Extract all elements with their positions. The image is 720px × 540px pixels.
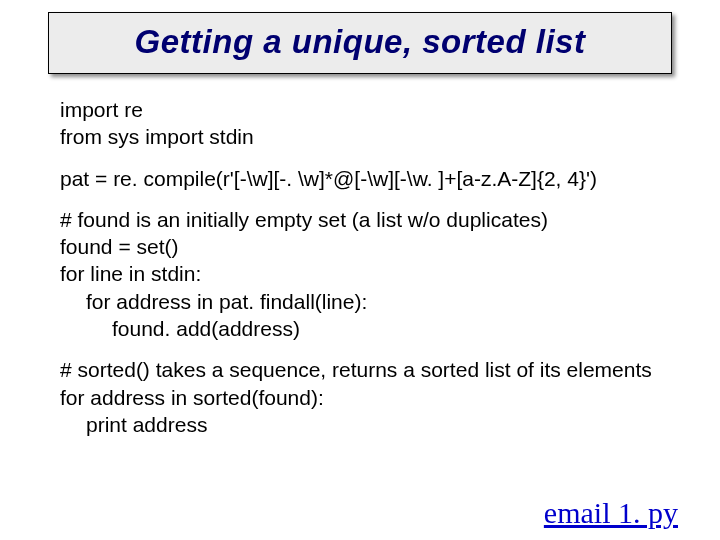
slide-body: import re from sys import stdin pat = re… xyxy=(60,96,660,438)
code-line: found = set() xyxy=(60,233,660,260)
code-line: # found is an initially empty set (a lis… xyxy=(60,206,660,233)
code-block-sorted: # sorted() takes a sequence, returns a s… xyxy=(60,356,660,438)
code-line: pat = re. compile(r'[-\w][-. \w]*@[-\w][… xyxy=(60,165,660,192)
code-line: for address in pat. findall(line): xyxy=(60,288,660,315)
filename-link[interactable]: email 1. py xyxy=(544,496,678,530)
code-line: import re xyxy=(60,96,660,123)
code-line: for line in stdin: xyxy=(60,260,660,287)
code-line: # sorted() takes a sequence, returns a s… xyxy=(60,356,660,383)
code-line: print address xyxy=(60,411,660,438)
code-line: from sys import stdin xyxy=(60,123,660,150)
code-block-pattern: pat = re. compile(r'[-\w][-. \w]*@[-\w][… xyxy=(60,165,660,192)
slide: Getting a unique, sorted list import re … xyxy=(0,12,720,540)
code-block-imports: import re from sys import stdin xyxy=(60,96,660,151)
slide-title: Getting a unique, sorted list xyxy=(57,23,663,61)
title-bar: Getting a unique, sorted list xyxy=(48,12,672,74)
code-line: found. add(address) xyxy=(60,315,660,342)
code-line: for address in sorted(found): xyxy=(60,384,660,411)
code-block-loop: # found is an initially empty set (a lis… xyxy=(60,206,660,342)
